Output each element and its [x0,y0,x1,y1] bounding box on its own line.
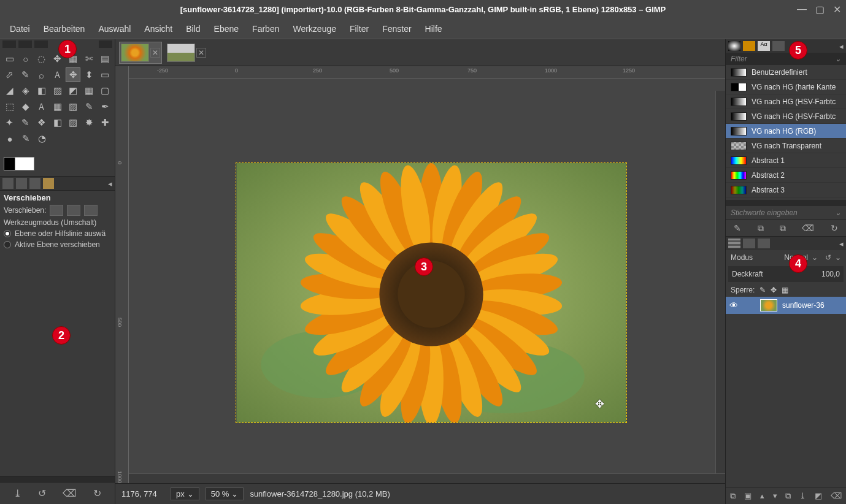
menu-bild[interactable]: Bild [180,21,206,36]
tool-button[interactable]: ✸ [82,115,96,130]
tool-button[interactable]: ✎ [18,115,33,130]
tool-button[interactable]: ⌕ [34,67,49,82]
tab-icon[interactable] [16,178,27,189]
menu-ebene[interactable]: Ebene [208,21,245,36]
restore-preset-icon[interactable]: ↺ [38,487,46,499]
tool-button[interactable]: ● [2,131,17,146]
gradient-row[interactable]: VG nach HG (HSV-Farbtc [726,94,846,109]
radio-pick-layer[interactable] [4,230,11,237]
new-layer-icon[interactable]: ⧉ [730,491,736,501]
bg-color-swatch[interactable] [15,157,34,170]
menu-fenster[interactable]: Fenster [376,21,417,36]
tool-button[interactable]: ▨ [66,99,80,114]
tool-button[interactable]: ▦ [82,83,96,98]
color-swatch[interactable] [0,147,115,176]
tab-icon[interactable] [43,178,54,189]
duplicate-layer-icon[interactable]: ⧉ [785,491,791,501]
tool-button[interactable]: ✎ [18,131,33,146]
chevron-down-icon[interactable]: ⌄ [835,253,841,262]
gradient-row[interactable]: Abstract 1 [726,153,846,168]
tool-button[interactable]: ◔ [34,131,49,146]
lock-pixels-icon[interactable]: ✎ [759,286,766,294]
tool-button[interactable]: ○ [18,52,33,66]
gradient-row[interactable]: VG nach HG (harte Kante [726,80,846,94]
tool-button[interactable]: ✎ [18,67,33,82]
tool-button[interactable]: ▢ [98,83,112,98]
gradient-scrollbar[interactable] [726,200,846,206]
merge-down-icon[interactable]: ⤓ [799,491,806,500]
tool-button[interactable]: ◌ [34,52,49,66]
delete-gradient-icon[interactable]: ⌫ [802,223,814,233]
vertical-scrollbar[interactable] [715,91,725,473]
paths-tab-icon[interactable] [758,239,770,248]
tool-button[interactable]: ❖ [34,115,49,130]
new-group-icon[interactable]: ▣ [744,491,752,500]
menu-auswahl[interactable]: Auswahl [92,21,137,36]
tool-button[interactable]: ◈ [18,83,33,98]
unit-select[interactable]: px ⌄ [171,487,199,500]
tool-button[interactable]: ✥ [66,67,80,82]
lower-layer-icon[interactable]: ▾ [773,491,777,500]
tab-menu-icon[interactable]: ◂ [108,179,112,188]
radio-move-active[interactable] [4,241,11,248]
tool-button[interactable]: ⬚ [2,99,17,114]
menu-bearbeiten[interactable]: Bearbeiten [37,21,91,36]
minimize-icon[interactable]: — [797,4,807,15]
tool-button[interactable]: Ａ [34,99,49,114]
delete-preset-icon[interactable]: ⌫ [63,487,77,499]
close-icon[interactable]: ✕ [833,4,841,15]
dock-tab-icon[interactable]: Aα [758,41,770,51]
reset-icon[interactable]: ↻ [93,487,101,499]
visibility-icon[interactable]: 👁 [729,300,738,310]
lock-alpha-icon[interactable]: ▦ [782,286,788,294]
gradient-filter[interactable]: Filter ⌄ [726,53,846,65]
close-tab-icon[interactable]: ✕ [196,48,206,58]
tool-button[interactable]: ⬀ [2,67,17,82]
tool-button[interactable]: ◆ [18,99,33,114]
gradient-row[interactable]: Abstract 2 [726,168,846,183]
tool-button[interactable]: ✚ [98,115,112,130]
tab-icon[interactable] [29,178,40,189]
close-tab-icon[interactable]: ✕ [150,48,160,58]
tool-button[interactable]: ✄ [82,52,96,66]
save-preset-icon[interactable]: ⤓ [13,487,21,499]
menu-datei[interactable]: Datei [4,21,36,36]
refresh-gradient-icon[interactable]: ↻ [831,223,838,233]
tab-icon[interactable] [2,178,13,189]
image-surface[interactable] [236,162,627,423]
menu-hilfe[interactable]: Hilfe [419,21,448,36]
raise-layer-icon[interactable]: ▴ [760,491,764,500]
gradient-row[interactable]: VG nach HG (HSV-Farbtc [726,109,846,124]
menu-farben[interactable]: Farben [246,21,285,36]
tool-button[interactable]: Ａ [50,67,65,82]
tool-button[interactable]: ▨ [50,83,65,98]
menu-werkzeuge[interactable]: Werkzeuge [286,21,342,36]
tool-button[interactable]: ⬍ [82,67,96,82]
move-selection-icon[interactable] [67,205,80,216]
dock-menu-icon[interactable]: ◂ [839,42,844,51]
maximize-icon[interactable]: ▢ [815,4,825,15]
dock-menu-icon[interactable]: ◂ [839,239,844,248]
tool-button[interactable]: ◩ [66,83,80,98]
tool-button[interactable]: ▭ [98,67,112,82]
tag-input[interactable]: Stichworte eingeben ⌄ [726,206,846,220]
dock-tab-icon[interactable] [728,41,740,51]
edit-gradient-icon[interactable]: ✎ [734,223,741,233]
tool-button[interactable]: ◧ [34,83,49,98]
tool-button[interactable]: ✒ [98,99,112,114]
tool-button[interactable]: ▭ [2,52,17,66]
mask-icon[interactable]: ◩ [815,491,822,500]
dock-tab-icon[interactable] [743,41,755,51]
channels-tab-icon[interactable] [743,239,755,248]
tool-button[interactable]: ✎ [82,99,96,114]
tool-button[interactable]: ✦ [2,115,17,130]
gradient-row[interactable]: VG nach Transparent [726,139,846,153]
duplicate-gradient-icon[interactable]: ⧉ [780,223,786,234]
horizontal-scrollbar[interactable] [129,473,725,483]
tool-button[interactable]: ▤ [98,52,112,66]
move-path-icon[interactable] [84,205,98,216]
gradient-row[interactable]: VG nach HG (RGB) [726,124,846,139]
dock-tab-icon[interactable] [772,41,785,51]
gradient-row[interactable]: Abstract 3 [726,183,846,197]
new-gradient-icon[interactable]: ⧉ [758,223,764,234]
